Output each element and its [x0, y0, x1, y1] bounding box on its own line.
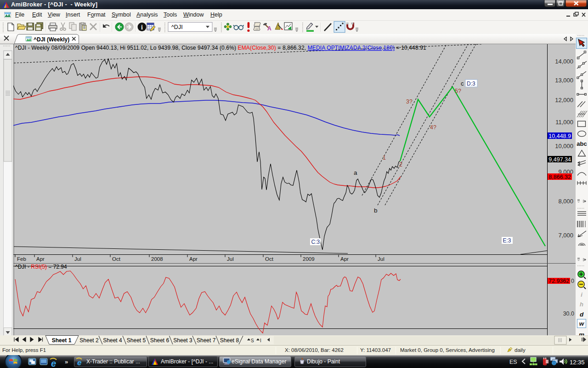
svg-text:72.9362: 72.9362 — [548, 278, 569, 284]
svg-text:e: e — [51, 358, 56, 368]
svg-text:1: 1 — [383, 155, 386, 161]
svg-text:2: 2 — [399, 161, 402, 168]
svg-text:10,000: 10,000 — [555, 143, 573, 150]
svg-text:2008: 2008 — [151, 256, 163, 262]
svg-text:b: b — [374, 207, 378, 214]
svg-text:Apr: Apr — [189, 256, 198, 262]
svg-text:ES: ES — [509, 359, 517, 365]
svg-text:2009: 2009 — [303, 256, 315, 262]
svg-text:8,000: 8,000 — [558, 198, 573, 205]
svg-text:Sheet 8: Sheet 8 — [220, 337, 239, 344]
svg-text:Sheet 3: Sheet 3 — [173, 337, 192, 344]
svg-text:a: a — [354, 169, 357, 176]
svg-text:Sheet 4: Sheet 4 — [103, 337, 122, 344]
svg-text:i: i — [141, 24, 143, 31]
svg-text:Oct: Oct — [112, 256, 121, 262]
svg-text:Jul: Jul — [227, 256, 234, 262]
svg-text:Jul: Jul — [378, 256, 384, 262]
svg-text:3?: 3? — [406, 98, 413, 105]
svg-text:abc: abc — [577, 140, 587, 147]
svg-text:^DJI: ^DJI — [171, 24, 183, 30]
svg-text:4?: 4? — [430, 124, 436, 131]
svg-text:S: S — [251, 338, 254, 343]
svg-text:5?: 5? — [455, 88, 461, 94]
svg-text:d: d — [580, 311, 584, 318]
svg-text:Apr: Apr — [340, 256, 349, 262]
svg-text:e: e — [77, 358, 81, 367]
svg-text:Apr: Apr — [36, 256, 45, 262]
svg-text:Jul: Jul — [74, 256, 81, 262]
svg-text:D:3: D:3 — [467, 80, 475, 87]
svg-text:0: 0 — [571, 278, 574, 284]
svg-text:c: c — [461, 80, 464, 87]
svg-text:11,000: 11,000 — [555, 119, 573, 126]
svg-text:»: » — [65, 358, 68, 365]
svg-text:Sheet 5: Sheet 5 — [127, 337, 146, 344]
svg-text:I: I — [260, 338, 261, 343]
svg-text:w: w — [579, 320, 585, 327]
svg-text:Sheet 1: Sheet 1 — [52, 337, 72, 344]
svg-text:14,000: 14,000 — [555, 58, 573, 65]
svg-text:7,000: 7,000 — [558, 232, 573, 239]
svg-text:h: h — [580, 301, 583, 308]
svg-text:i: i — [581, 291, 582, 298]
svg-text:^DJI - RSI(5) = 72.94: ^DJI - RSI(5) = 72.94 — [15, 264, 67, 270]
svg-text:12:35: 12:35 — [570, 359, 585, 366]
svg-text:13,000: 13,000 — [555, 77, 573, 84]
svg-text:9,497.34: 9,497.34 — [548, 156, 571, 163]
svg-text:^DJI - Weekly 08/09/2009 Open: ^DJI - Weekly 08/09/2009 Open 9440.13, H… — [15, 45, 426, 51]
svg-text:Sheet 6: Sheet 6 — [150, 337, 170, 344]
svg-text:C:3: C:3 — [311, 239, 320, 245]
svg-text:Sheet 7: Sheet 7 — [197, 337, 216, 344]
svg-text:E:3: E:3 — [503, 237, 511, 244]
svg-text:Oct: Oct — [265, 256, 274, 262]
svg-text:30.0: 30.0 — [563, 310, 574, 317]
svg-text:A: A — [267, 25, 271, 32]
svg-text:10,448.9: 10,448.9 — [548, 133, 571, 139]
svg-text:^DJI (Weekly): ^DJI (Weekly) — [34, 36, 69, 43]
svg-text:Sheet 2: Sheet 2 — [79, 337, 99, 344]
svg-text:8,866.32: 8,866.32 — [548, 174, 571, 180]
svg-text:Feb: Feb — [17, 256, 26, 262]
svg-text:12,000: 12,000 — [555, 97, 573, 104]
